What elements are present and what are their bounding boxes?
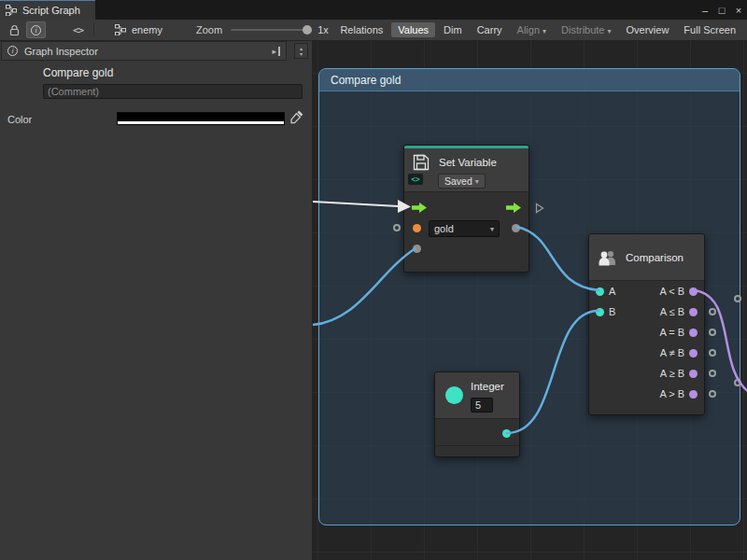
inspector-toggle-button[interactable]: i xyxy=(26,21,46,38)
unconnected-port-circle xyxy=(709,370,716,377)
script-graph-tab[interactable]: Script Graph xyxy=(0,0,95,20)
graph-inspector-panel: i Graph Inspector ▸ ▴ ▾ Compare gold Col… xyxy=(0,41,313,560)
input-b-label: B xyxy=(609,306,615,317)
lock-button[interactable] xyxy=(5,21,24,38)
unconnected-port-circle xyxy=(709,329,716,336)
integer-type-icon xyxy=(445,386,463,404)
zoom-slider[interactable] xyxy=(231,29,309,31)
code-view-button[interactable]: <> xyxy=(68,21,88,38)
port-row: A ≠ B xyxy=(589,343,704,363)
port-row: A ≥ B xyxy=(589,363,704,384)
code-icon: <> xyxy=(73,24,83,36)
variable-name-dropdown[interactable]: gold▾ xyxy=(429,220,500,237)
integer-output-port[interactable] xyxy=(502,429,511,438)
output-a-eq-b-port[interactable] xyxy=(689,329,698,337)
output-label: A ≤ B xyxy=(660,306,684,317)
group-header[interactable]: Compare gold xyxy=(319,69,740,91)
title-bar: Script Graph – □ × xyxy=(0,0,747,20)
save-variable-icon xyxy=(412,153,430,172)
dim-button[interactable]: Dim xyxy=(437,22,469,37)
comparison-title: Comparison xyxy=(626,252,684,263)
toolbar-separator xyxy=(93,23,94,36)
variable-kind-icon: <> xyxy=(408,174,423,185)
group-title: Compare gold xyxy=(331,74,401,87)
values-button[interactable]: Values xyxy=(391,22,435,37)
value-input-port[interactable] xyxy=(413,245,421,253)
color-label: Color xyxy=(7,114,32,125)
integer-node[interactable]: Integer 5 xyxy=(434,371,520,457)
output-a-gte-b-port[interactable] xyxy=(689,370,698,378)
close-button[interactable]: × xyxy=(730,5,747,16)
comparison-input-b-port[interactable] xyxy=(596,308,604,316)
overview-button[interactable]: Overview xyxy=(620,22,676,37)
variable-name-port[interactable] xyxy=(413,224,421,232)
distribute-dropdown-button[interactable]: Distribute▾ xyxy=(555,22,617,37)
port-row: A = B xyxy=(589,322,704,343)
comparison-header[interactable]: Comparison xyxy=(589,234,704,281)
eyedropper-icon[interactable] xyxy=(289,109,304,124)
set-variable-title: Set Variable xyxy=(439,157,497,168)
zoom-label: Zoom xyxy=(196,24,222,35)
variable-scope-dropdown[interactable]: Saved▾ xyxy=(438,174,486,189)
lock-icon xyxy=(9,24,20,36)
integer-header[interactable]: Integer 5 xyxy=(435,372,519,419)
integer-title: Integer xyxy=(471,381,504,392)
color-alpha-bar xyxy=(118,121,284,124)
input-a-label: A xyxy=(609,286,615,297)
set-variable-node[interactable]: <> Set Variable Saved▾ gold▾ xyxy=(403,145,529,273)
graph-toolbar: i <> enemy Zoom 1x Relations Values Dim … xyxy=(0,20,747,41)
flow-input-port[interactable] xyxy=(412,203,427,213)
set-variable-header[interactable]: <> Set Variable Saved▾ xyxy=(404,146,529,192)
pin-icon[interactable]: ▸ xyxy=(272,47,280,56)
minimize-button[interactable]: – xyxy=(697,5,713,16)
info-icon: i xyxy=(7,46,18,56)
output-label: A = B xyxy=(659,327,684,338)
output-a-lt-b-port[interactable] xyxy=(689,287,698,296)
zoom-value: 1x xyxy=(317,24,329,35)
panel-spinner[interactable]: ▴ ▾ xyxy=(294,43,308,59)
port-row: B A ≤ B xyxy=(589,301,704,322)
comparison-port-rows: A A < B B A ≤ B A = B A ≠ B xyxy=(589,281,704,404)
output-label: A ≥ B xyxy=(660,368,684,379)
graph-canvas[interactable]: Compare gold <> Set Variable Saved▾ xyxy=(313,41,747,560)
script-graph-icon xyxy=(6,5,17,16)
tab-title: Script Graph xyxy=(22,5,80,16)
dropdown-arrow-icon: ▾ xyxy=(543,27,546,35)
graph-name-label: enemy xyxy=(132,24,162,35)
comparison-input-a-port[interactable] xyxy=(596,287,604,296)
carry-button[interactable]: Carry xyxy=(471,22,509,37)
zoom-slider-handle[interactable] xyxy=(303,25,312,35)
comment-input[interactable] xyxy=(43,84,303,99)
relations-button[interactable]: Relations xyxy=(333,22,389,37)
output-a-lte-b-port[interactable] xyxy=(689,308,698,316)
node-footer-divider xyxy=(435,445,519,446)
unconnected-port-circle xyxy=(734,295,741,302)
variable-output-port[interactable] xyxy=(512,224,520,232)
unconnected-port-circle xyxy=(709,308,716,315)
output-label: A < B xyxy=(659,286,684,297)
comparison-icon xyxy=(598,249,618,266)
output-a-neq-b-port[interactable] xyxy=(689,349,698,357)
full-screen-button[interactable]: Full Screen xyxy=(677,22,742,37)
integer-value-field[interactable]: 5 xyxy=(471,398,493,413)
dropdown-arrow-icon: ▾ xyxy=(475,177,479,186)
flow-output-port[interactable] xyxy=(506,203,521,213)
output-label: A ≠ B xyxy=(660,347,684,358)
comparison-node[interactable]: Comparison A A < B B A ≤ B A = B xyxy=(588,233,705,415)
spinner-down-icon[interactable]: ▾ xyxy=(300,51,303,57)
port-row: A > B xyxy=(589,384,704,404)
port-row: A A < B xyxy=(589,281,704,301)
dropdown-arrow-icon: ▾ xyxy=(608,27,612,35)
window-controls: – □ × xyxy=(697,0,747,20)
graph-asset-icon xyxy=(115,24,126,35)
info-icon: i xyxy=(31,25,41,35)
color-field[interactable] xyxy=(117,112,285,125)
maximize-button[interactable]: □ xyxy=(713,5,730,16)
unconnected-port-circle xyxy=(709,349,716,357)
unconnected-port-circle xyxy=(734,379,741,386)
align-dropdown-button[interactable]: Align▾ xyxy=(511,22,553,37)
output-a-gt-b-port[interactable] xyxy=(689,390,698,399)
unconnected-flow-triangle xyxy=(535,203,544,214)
graph-inspector-header[interactable]: i Graph Inspector ▸ xyxy=(1,41,287,61)
unity-script-graph-window: Script Graph – □ × i <> enemy xyxy=(0,0,747,560)
